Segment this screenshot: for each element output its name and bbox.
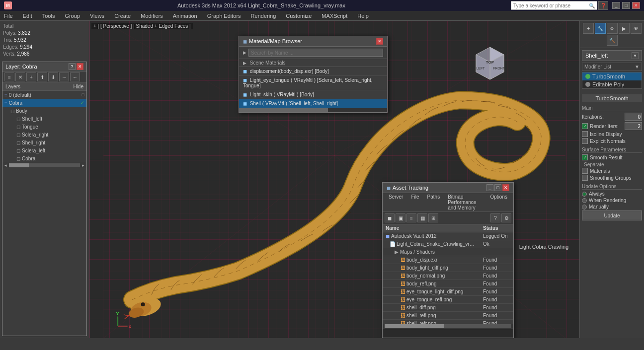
layer-item-sclera-left[interactable]: ◻ Sclera_left — [2, 146, 86, 154]
at-settings[interactable]: ⚙ — [501, 213, 511, 222]
at-row-shell-diff[interactable]: 🖼shell_diff.png Found — [383, 304, 513, 312]
layer-item-cobra2[interactable]: ◻ Cobra — [2, 154, 86, 162]
motion-btn[interactable]: ▶ — [619, 23, 630, 34]
material-search-input[interactable] — [248, 49, 383, 57]
menu-create[interactable]: Create — [112, 13, 133, 19]
at-row-file[interactable]: 📄Light_Cobra_Snake_Crawling_vray.max Ok — [383, 240, 513, 248]
layer-scrollbar[interactable]: ◂ ▸ — [2, 162, 86, 168]
menu-animation[interactable]: Animation — [171, 13, 199, 19]
layer-item-shell-left[interactable]: ◻ Shell_left — [2, 115, 86, 123]
at-row-eye-tongue-light[interactable]: 🖼eye_tongue_light_diff.png Found — [383, 288, 513, 296]
maximize-button[interactable]: □ — [622, 2, 630, 9]
menu-modifiers[interactable]: Modifiers — [139, 13, 165, 19]
at-restore[interactable]: □ — [494, 184, 501, 191]
at-row-maps[interactable]: ▶Maps / Shaders — [383, 248, 513, 256]
at-row-body-normal[interactable]: 🖼body_normal.png Found — [383, 272, 513, 280]
at-menu-options[interactable]: Options — [488, 194, 509, 210]
menu-help[interactable]: Help — [355, 13, 371, 19]
always-radio[interactable] — [582, 192, 587, 197]
modifier-editable-poly[interactable]: Editable Poly — [582, 80, 642, 88]
material-scroll-thumb[interactable] — [239, 108, 328, 112]
layer-scroll-track[interactable] — [9, 163, 80, 167]
layer-item-sclera-right[interactable]: ◻ Sclera_right — [2, 131, 86, 139]
display-btn[interactable]: 👁 — [631, 23, 642, 34]
materials-checkbox[interactable] — [582, 168, 588, 174]
hierarchy-btn[interactable]: ⚙ — [607, 23, 618, 34]
isoline-checkbox[interactable] — [582, 131, 588, 137]
update-button[interactable]: Update — [582, 210, 642, 220]
layer-item-cobra[interactable]: ≡ Cobra ✓ — [2, 99, 86, 107]
help-icon[interactable]: ❓ — [598, 1, 608, 10]
at-row-shell-refr[interactable]: 🖼shell_refr.png Found — [383, 320, 513, 324]
at-row-eye-tongue-refl[interactable]: 🖼eye_tongue_refl.png Found — [383, 296, 513, 304]
layer-tool-3[interactable]: + — [26, 72, 36, 81]
at-row-body-light[interactable]: 🖼body_light_diff.png Found — [383, 264, 513, 272]
manually-radio[interactable] — [582, 205, 587, 210]
at-menu-server[interactable]: Server — [387, 194, 405, 210]
menu-customize[interactable]: Customize — [284, 13, 314, 19]
layer-tool-1[interactable]: ≡ — [4, 72, 14, 81]
smoothing-groups-checkbox[interactable] — [582, 175, 588, 181]
menu-graph-editors[interactable]: Graph Editors — [205, 13, 243, 19]
layer-tool-7[interactable]: ← — [70, 72, 80, 81]
at-row-vault[interactable]: ◼Autodesk Vault 2012 Logged On — [383, 232, 513, 240]
asset-tracking-input[interactable] — [383, 329, 513, 338]
at-tool-1[interactable]: ◼ — [385, 213, 395, 222]
at-tool-3[interactable]: ≡ — [406, 213, 416, 222]
at-row-body-disp[interactable]: 🖼body_disp.exr Found — [383, 256, 513, 264]
layer-item-default[interactable]: ≡ 0 (default) □ — [2, 91, 86, 99]
mat-item-shell[interactable]: ◼ Shell ( VRayMtl ) [Shell_left, Shell_r… — [239, 99, 387, 108]
search-input[interactable] — [513, 3, 588, 8]
layer-tool-6[interactable]: → — [59, 72, 69, 81]
render-iters-checkbox[interactable]: ✓ — [582, 123, 588, 129]
menu-tools[interactable]: Tools — [40, 13, 57, 19]
smooth-result-checkbox[interactable]: ✓ — [582, 154, 588, 160]
asset-tracking-header[interactable]: ◼ Asset Tracking _ □ ✕ — [383, 183, 513, 193]
mat-item-light-eye[interactable]: ◼ Light_eye_tongue ( VRayMtl ) [Sclera_l… — [239, 76, 387, 90]
menu-group[interactable]: Group — [63, 13, 82, 19]
layer-scroll-thumb[interactable] — [9, 163, 29, 167]
asset-tracking-scrollbar[interactable] — [383, 324, 513, 329]
at-row-body-refl[interactable]: 🖼body_refl.png Found — [383, 280, 513, 288]
render-iters-input[interactable] — [625, 122, 642, 130]
create-btn[interactable]: ✦ — [583, 23, 594, 34]
at-menu-file[interactable]: File — [409, 194, 421, 210]
at-tool-5[interactable]: ⊞ — [428, 213, 438, 222]
menu-file[interactable]: File — [2, 13, 15, 19]
viewport[interactable]: X Y Light Cobra Crawling + | [ Perspecti… — [89, 21, 579, 338]
menu-edit[interactable]: Edit — [21, 13, 34, 19]
minimize-button[interactable]: _ — [612, 2, 620, 9]
at-close[interactable]: ✕ — [502, 184, 509, 191]
layer-tool-4[interactable]: ⬆ — [37, 72, 47, 81]
modify-btn[interactable]: 🔧 — [595, 23, 606, 34]
material-scrollbar[interactable] — [239, 108, 387, 112]
at-scroll-track[interactable] — [385, 324, 511, 328]
layer-item-body[interactable]: ◻ Body — [2, 107, 86, 115]
at-minimize[interactable]: _ — [486, 184, 493, 191]
explicit-normals-checkbox[interactable] — [582, 138, 588, 144]
layer-tool-5[interactable]: ⬇ — [48, 72, 58, 81]
at-menu-paths[interactable]: Paths — [425, 194, 442, 210]
layer-tool-2[interactable]: ✕ — [15, 72, 25, 81]
when-rendering-radio[interactable] — [582, 198, 587, 203]
layer-item-shell-right[interactable]: ◻ Shell_right — [2, 139, 86, 146]
utilities-btn[interactable]: 🔨 — [607, 35, 618, 46]
nav-cube[interactable]: TOP FRONT LEFT — [472, 45, 509, 82]
mat-item-light-skin[interactable]: ◼ Light_skin ( VRayMtl ) [Body] — [239, 90, 387, 99]
menu-views[interactable]: Views — [88, 13, 106, 19]
modifier-list-expand[interactable]: ▼ — [632, 52, 639, 59]
at-menu-bitmap[interactable]: Bitmap Performance and Memory — [446, 194, 484, 210]
material-browser-close[interactable]: ✕ — [376, 38, 383, 45]
mat-item-displacement[interactable]: ◼ displacement(body_disp.exr) [Body] — [239, 67, 387, 76]
close-button[interactable]: ✕ — [632, 2, 640, 9]
menu-maxscript[interactable]: MAXScript — [320, 13, 349, 19]
at-row-shell-refl[interactable]: 🖼shell_refl.png Found — [383, 312, 513, 320]
menu-rendering[interactable]: Rendering — [249, 13, 278, 19]
iterations-input[interactable] — [625, 113, 642, 121]
at-tool-4[interactable]: ▦ — [417, 213, 427, 222]
at-scroll-thumb[interactable] — [385, 324, 444, 328]
modifier-turbosmooth[interactable]: TurboSmooth — [582, 72, 642, 80]
layer-panel-close[interactable]: ✕ — [77, 63, 83, 70]
at-help[interactable]: ? — [490, 213, 500, 222]
layer-panel-question[interactable]: ? — [69, 63, 76, 70]
